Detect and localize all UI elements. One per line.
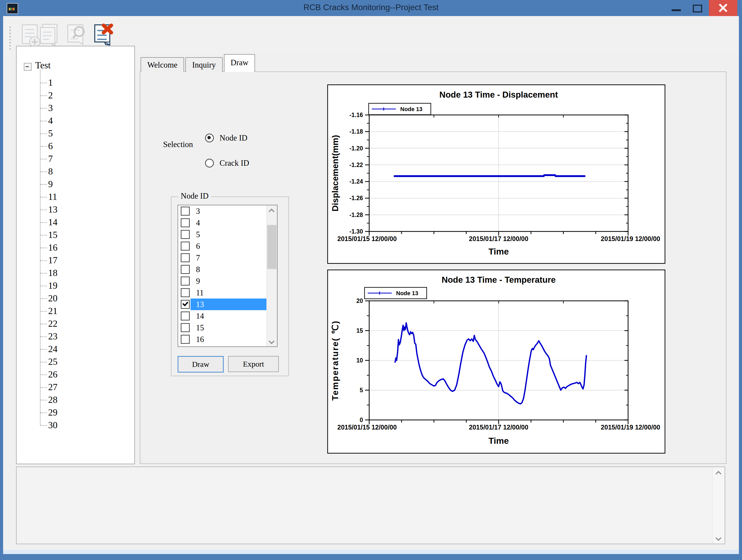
scroll-up-icon[interactable] (269, 208, 274, 212)
radio-crack-id[interactable]: Crack ID (205, 158, 249, 168)
tree-item-18[interactable]: 18 (16, 267, 135, 279)
checkbox-icon[interactable] (181, 230, 190, 239)
checkbox-icon[interactable] (181, 335, 190, 344)
checkbox-icon[interactable] (181, 253, 190, 262)
checkbox-icon[interactable] (181, 242, 190, 251)
svg-text:-1.28: -1.28 (350, 211, 363, 218)
scrollbar-thumb[interactable] (267, 225, 276, 269)
scroll-down-icon[interactable] (717, 536, 721, 540)
tab-welcome[interactable]: Welcome (141, 57, 184, 72)
search-record-button[interactable] (64, 23, 88, 49)
checkbox-icon[interactable] (181, 311, 190, 320)
window-title: RCB Cracks Monitoring--Project Test (0, 3, 742, 12)
svg-text:15: 15 (356, 327, 363, 334)
svg-text:0: 0 (360, 417, 363, 423)
node-list-item-14[interactable]: 14 (178, 310, 277, 322)
node-list-item-8[interactable]: 8 (178, 264, 277, 275)
tree-item-2[interactable]: 2 (16, 89, 135, 102)
tree-item-3[interactable]: 3 (16, 102, 135, 114)
node-list-item-9[interactable]: 9 (178, 275, 277, 287)
checkbox-icon[interactable] (181, 288, 190, 297)
svg-text:Time: Time (488, 436, 509, 446)
tree-item-23[interactable]: 23 (16, 330, 135, 343)
close-button[interactable] (709, 0, 737, 16)
tree-item-16[interactable]: 16 (16, 241, 135, 254)
node-list-item-7[interactable]: 7 (178, 252, 277, 264)
collapse-icon[interactable] (24, 63, 32, 71)
node-list-item-label: 16 (196, 335, 204, 344)
node-list-item-label: 11 (196, 288, 204, 298)
tree-item-30[interactable]: 30 (16, 419, 135, 431)
tree-item-13[interactable]: 13 (16, 203, 135, 216)
log-scrollbar[interactable] (712, 467, 725, 544)
tree-item-6[interactable]: 6 (16, 140, 135, 152)
tree-item-15[interactable]: 15 (16, 228, 135, 241)
tree-item-26[interactable]: 26 (16, 368, 135, 381)
project-tree: Test 12345678911131415161718192021222324… (16, 46, 135, 464)
tree-root-label: Test (35, 60, 51, 71)
tab-draw[interactable]: Draw (224, 54, 255, 72)
tree-item-9[interactable]: 9 (16, 178, 135, 191)
toolbar-gripper (9, 27, 11, 50)
tree-item-17[interactable]: 17 (16, 254, 135, 267)
svg-text:-1.22: -1.22 (350, 161, 363, 168)
checkbox-icon[interactable] (181, 276, 190, 286)
scroll-down-icon[interactable] (269, 339, 274, 343)
tab-inquiry[interactable]: Inquiry (186, 57, 222, 72)
svg-text:Time: Time (488, 247, 509, 256)
app-window: RCB Cracks Monitoring--Project Test (0, 0, 742, 560)
node-list-item-4[interactable]: 4 (178, 217, 277, 228)
node-list-item-3[interactable]: 3 (178, 205, 277, 217)
tree-item-29[interactable]: 29 (16, 406, 135, 419)
tree-item-1[interactable]: 1 (16, 77, 135, 89)
search-record-icon (64, 23, 88, 49)
tree-item-11[interactable]: 11 (16, 191, 135, 203)
maximize-button[interactable] (687, 0, 707, 16)
tree-item-14[interactable]: 14 (16, 216, 135, 228)
tree-item-20[interactable]: 20 (16, 292, 135, 305)
node-list-item-label: 7 (196, 253, 200, 262)
export-button[interactable]: Export (228, 356, 279, 372)
radio-icon[interactable] (205, 134, 214, 142)
tree-item-4[interactable]: 4 (16, 114, 135, 127)
node-list-item-5[interactable]: 5 (178, 228, 277, 240)
tree-item-8[interactable]: 8 (16, 165, 135, 178)
svg-text:2015/01/15 12/00/00: 2015/01/15 12/00/00 (337, 423, 396, 431)
displacement-chart: -1.16-1.18-1.20-1.22-1.24-1.26-1.28-1.30… (327, 85, 666, 264)
delete-record-button[interactable] (91, 23, 115, 49)
temperature-chart: 201510502015/01/15 12/00/002015/01/17 12… (327, 269, 666, 454)
radio-label: Crack ID (219, 158, 249, 168)
node-list-item-13[interactable]: 13 (178, 299, 277, 310)
checkbox-icon[interactable] (181, 265, 190, 274)
node-list-item-16[interactable]: 16 (178, 334, 277, 345)
node-list-item-label: 14 (196, 311, 204, 321)
radio-icon[interactable] (205, 159, 214, 167)
tree-item-5[interactable]: 5 (16, 127, 135, 140)
copy-record-button[interactable] (37, 23, 61, 49)
draw-button[interactable]: Draw (177, 356, 224, 372)
tree-item-24[interactable]: 24 (16, 343, 135, 355)
tree-item-27[interactable]: 27 (16, 381, 135, 394)
radio-node-id[interactable]: Node ID (205, 133, 248, 143)
tree-item-7[interactable]: 7 (16, 152, 135, 165)
node-list-item-label: 15 (196, 323, 204, 333)
checkbox-icon[interactable] (181, 323, 190, 332)
tree-item-25[interactable]: 25 (16, 355, 135, 368)
tree-item-22[interactable]: 22 (16, 317, 135, 330)
node-list-item-15[interactable]: 15 (178, 322, 277, 334)
scroll-up-icon[interactable] (717, 471, 721, 475)
node-list-item-label: 5 (196, 230, 200, 239)
minimize-button[interactable] (666, 0, 687, 16)
checkbox-icon[interactable] (181, 207, 190, 216)
node-id-groupbox-title: Node ID (178, 191, 211, 201)
tree-root[interactable]: Test (16, 59, 135, 73)
tree-item-19[interactable]: 19 (16, 279, 135, 292)
tree-item-21[interactable]: 21 (16, 305, 135, 317)
checkbox-icon[interactable] (181, 218, 190, 227)
node-list-item-6[interactable]: 6 (178, 240, 277, 252)
tree-item-28[interactable]: 28 (16, 394, 135, 406)
node-list-item-11[interactable]: 11 (178, 287, 277, 299)
checklist-scrollbar[interactable] (266, 205, 277, 346)
checkbox-icon[interactable] (181, 300, 190, 309)
svg-text:-1.18: -1.18 (350, 128, 363, 135)
